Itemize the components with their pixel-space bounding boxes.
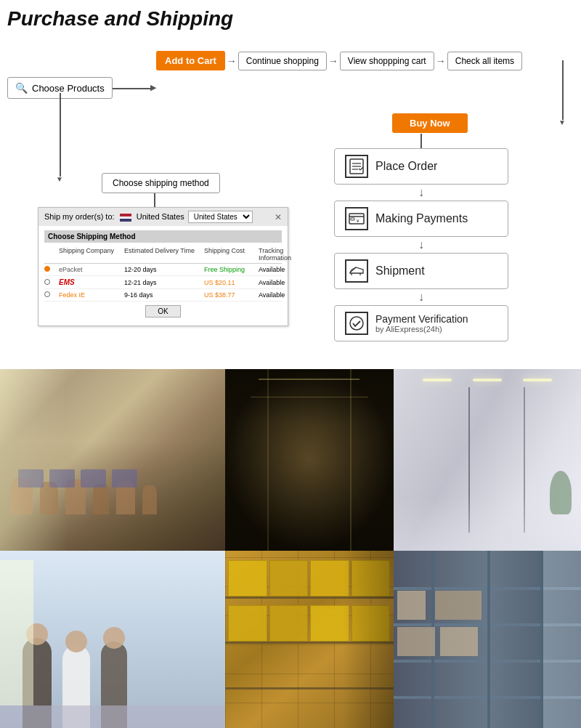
- payment-verify-icon: [345, 312, 368, 335]
- check-items-box[interactable]: Check all items: [447, 52, 522, 70]
- photo-warehouse-corridor: [225, 369, 394, 551]
- ok-button[interactable]: OK: [145, 305, 180, 318]
- connector-right-down: ▼: [562, 60, 564, 120]
- radio-ems[interactable]: [44, 279, 50, 285]
- photo-modern-office: [394, 369, 581, 551]
- shipping-row-fedex[interactable]: Fedex IE 9-16 days US $38.77 Available: [44, 289, 282, 302]
- flowchart-section: 🔍 Choose Products ▶ ▼ Add to Cart → Cont…: [0, 35, 581, 369]
- svg-rect-6: [351, 218, 354, 220]
- arrow-2: →: [328, 55, 338, 67]
- photo-warehouse-boxes: [225, 551, 394, 728]
- arrow-1: →: [227, 55, 237, 67]
- making-payments-step: ¥ Making Payments: [334, 201, 508, 237]
- arrow-3: →: [436, 55, 446, 67]
- dialog-body: Choose Shipping Method Shipping Company …: [38, 226, 288, 325]
- view-cart-box[interactable]: View shoppping cart: [340, 52, 434, 70]
- shipping-row-ems[interactable]: EMS 12-21 days US $20.11 Available: [44, 276, 282, 289]
- payment-verification-step: Payment Verification by AliExpress(24h): [334, 305, 508, 341]
- arrow-step-2: ↓: [418, 238, 424, 251]
- place-order-step: Place Order: [334, 148, 508, 185]
- add-to-cart-box[interactable]: Add to Cart: [156, 51, 225, 70]
- making-payments-label: Making Payments: [375, 212, 468, 225]
- dialog-header: Ship my order(s) to: United States Unite…: [38, 208, 288, 226]
- dialog-ok-row: OK: [44, 302, 282, 321]
- radio-epacket[interactable]: [44, 266, 50, 272]
- photo-lobby-people: [0, 551, 225, 728]
- country-label: United States: [137, 212, 184, 221]
- shipping-method-title: Choose Shipping Method: [44, 230, 282, 243]
- photos-row-2: [0, 551, 581, 728]
- svg-point-10: [350, 317, 363, 330]
- search-icon: 🔍: [15, 82, 28, 94]
- place-order-label: Place Order: [375, 160, 437, 173]
- arrow-right-1: ▶: [113, 88, 153, 89]
- page-title: Purchase and Shipping: [0, 0, 581, 35]
- making-payments-icon: ¥: [345, 207, 368, 230]
- choose-shipping-label: Choose shipping method: [113, 178, 209, 188]
- shipment-icon: [345, 259, 368, 283]
- dialog-ship-to-text: Ship my order(s) to: United States Unite…: [44, 211, 253, 223]
- right-steps-column: Place Order ↓ ¥ Making Payments ↓: [334, 148, 508, 341]
- table-header: Shipping Company Estimated Delivery Time…: [44, 246, 282, 264]
- payment-verify-text-block: Payment Verification by AliExpress(24h): [375, 313, 468, 333]
- top-flow-row: Add to Cart → Continue shopping → View s…: [156, 51, 522, 70]
- shipment-label: Shipment: [375, 264, 425, 278]
- arrow-down-shipping: ▼: [60, 93, 61, 177]
- continue-shopping-box[interactable]: Continue shopping: [238, 52, 327, 70]
- shipping-row-epacket[interactable]: ePacket 12-20 days Free Shipping Availab…: [44, 264, 282, 276]
- choose-shipping-method-box[interactable]: Choose shipping method: [102, 173, 220, 193]
- arrow-step-3: ↓: [418, 291, 424, 304]
- photos-row-1: [0, 369, 581, 551]
- dialog-close-button[interactable]: ✕: [275, 212, 282, 222]
- payment-verification-sub: by AliExpress(24h): [375, 325, 468, 333]
- svg-text:¥: ¥: [357, 219, 359, 223]
- payment-verification-label: Payment Verification: [375, 313, 468, 325]
- radio-fedex[interactable]: [44, 291, 50, 297]
- photos-section: [0, 369, 581, 728]
- arrow-step-1: ↓: [418, 186, 424, 199]
- photo-office-workers: [0, 369, 225, 551]
- choose-products-label: Choose Products: [32, 83, 105, 94]
- photo-warehouse-shelves: [394, 551, 581, 728]
- flag-icon: [120, 214, 131, 222]
- place-order-icon: [345, 155, 368, 178]
- arrow-buy-now-down: ▼: [420, 134, 422, 150]
- buy-now-button[interactable]: Buy Now: [392, 113, 468, 133]
- shipping-dialog: Ship my order(s) to: United States Unite…: [38, 207, 288, 326]
- country-select[interactable]: United States: [188, 211, 253, 223]
- buy-now-area: Buy Now: [392, 113, 468, 133]
- shipment-step: Shipment: [334, 253, 508, 289]
